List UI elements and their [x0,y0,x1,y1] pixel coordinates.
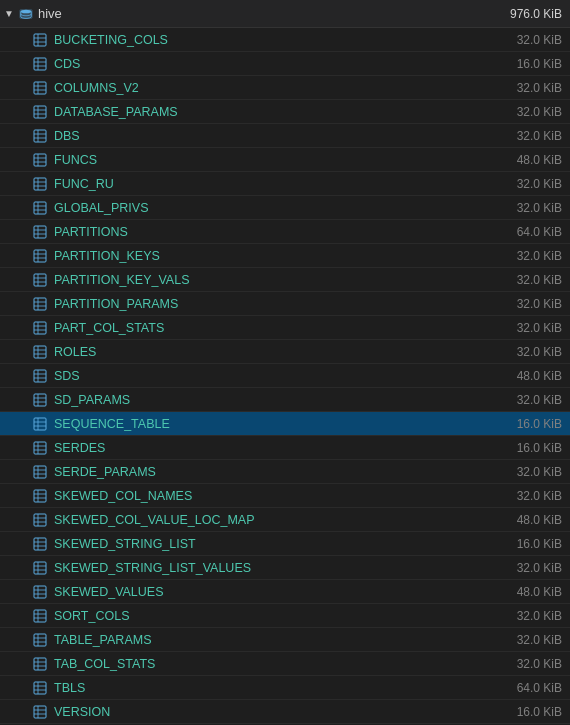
database-size: 976.0 KiB [510,7,562,21]
table-size: 64.0 KiB [517,681,562,695]
table-size: 32.0 KiB [517,297,562,311]
table-row[interactable]: CDS 16.0 KiB [0,52,570,76]
tree-container: ▼ hive 976.0 KiB [0,0,570,724]
table-icon [32,512,48,528]
header-row[interactable]: ▼ hive 976.0 KiB [0,0,570,28]
table-row[interactable]: FUNC_RU 32.0 KiB [0,172,570,196]
table-row[interactable]: PART_COL_STATS 32.0 KiB [0,316,570,340]
table-row[interactable]: SDS 48.0 KiB [0,364,570,388]
table-name: SDS [54,369,80,383]
svg-rect-90 [34,562,46,574]
table-row[interactable]: DATABASE_PARAMS 32.0 KiB [0,100,570,124]
svg-rect-62 [34,394,46,406]
table-icon [32,176,48,192]
table-size: 32.0 KiB [517,81,562,95]
svg-rect-14 [34,106,46,118]
table-row[interactable]: SERDE_PARAMS 32.0 KiB [0,460,570,484]
table-size: 64.0 KiB [517,225,562,239]
table-row[interactable]: PARTITIONS 64.0 KiB [0,220,570,244]
table-row[interactable]: SERDES 16.0 KiB [0,436,570,460]
table-name: DATABASE_PARAMS [54,105,178,119]
table-row[interactable]: PARTITION_KEYS 32.0 KiB [0,244,570,268]
table-size: 16.0 KiB [517,537,562,551]
row-left: SERDES [32,440,105,456]
table-size: 32.0 KiB [517,633,562,647]
row-left: PARTITION_KEY_VALS [32,272,189,288]
row-left: SORT_COLS [32,608,130,624]
table-name: DBS [54,129,80,143]
table-icon [32,608,48,624]
table-icon [32,104,48,120]
row-left: FUNC_RU [32,176,114,192]
svg-rect-2 [34,34,46,46]
svg-rect-18 [34,130,46,142]
row-left: COLUMNS_V2 [32,80,139,96]
table-row[interactable]: SKEWED_VALUES 48.0 KiB [0,580,570,604]
table-size: 32.0 KiB [517,609,562,623]
table-name: GLOBAL_PRIVS [54,201,149,215]
table-row[interactable]: VERSION 16.0 KiB [0,700,570,724]
row-left: SD_PARAMS [32,392,130,408]
table-row[interactable]: SEQUENCE_TABLE 16.0 KiB [0,412,570,436]
svg-rect-110 [34,682,46,694]
table-row[interactable]: PARTITION_PARAMS 32.0 KiB [0,292,570,316]
row-left: PARTITION_KEYS [32,248,160,264]
svg-rect-46 [34,298,46,310]
table-name: SEQUENCE_TABLE [54,417,170,431]
table-icon [32,56,48,72]
table-size: 32.0 KiB [517,201,562,215]
table-row[interactable]: SD_PARAMS 32.0 KiB [0,388,570,412]
table-name: SERDE_PARAMS [54,465,156,479]
table-name: VERSION [54,705,110,719]
table-row[interactable]: BUCKETING_COLS 32.0 KiB [0,28,570,52]
svg-rect-70 [34,442,46,454]
svg-rect-22 [34,154,46,166]
row-left: TAB_COL_STATS [32,656,155,672]
table-row[interactable]: PARTITION_KEY_VALS 32.0 KiB [0,268,570,292]
table-name: COLUMNS_V2 [54,81,139,95]
table-row[interactable]: COLUMNS_V2 32.0 KiB [0,76,570,100]
table-name: SERDES [54,441,105,455]
table-row[interactable]: TABLE_PARAMS 32.0 KiB [0,628,570,652]
table-row[interactable]: GLOBAL_PRIVS 32.0 KiB [0,196,570,220]
table-icon [32,320,48,336]
table-row[interactable]: TBLS 64.0 KiB [0,676,570,700]
table-name: SORT_COLS [54,609,130,623]
svg-rect-74 [34,466,46,478]
row-left: SEQUENCE_TABLE [32,416,170,432]
table-row[interactable]: SKEWED_STRING_LIST_VALUES 32.0 KiB [0,556,570,580]
table-icon [32,128,48,144]
table-size: 32.0 KiB [517,177,562,191]
table-row[interactable]: SKEWED_COL_VALUE_LOC_MAP 48.0 KiB [0,508,570,532]
row-left: SKEWED_VALUES [32,584,164,600]
table-row[interactable]: ROLES 32.0 KiB [0,340,570,364]
table-size: 32.0 KiB [517,465,562,479]
table-name: FUNC_RU [54,177,114,191]
row-left: SERDE_PARAMS [32,464,156,480]
table-row[interactable]: DBS 32.0 KiB [0,124,570,148]
svg-rect-58 [34,370,46,382]
table-name: PARTITION_KEY_VALS [54,273,189,287]
table-row[interactable]: SKEWED_STRING_LIST 16.0 KiB [0,532,570,556]
table-row[interactable]: SKEWED_COL_NAMES 32.0 KiB [0,484,570,508]
table-icon [32,296,48,312]
table-icon [32,248,48,264]
table-name: PARTITIONS [54,225,128,239]
table-size: 32.0 KiB [517,105,562,119]
table-size: 16.0 KiB [517,441,562,455]
table-icon [32,704,48,720]
table-row[interactable]: SORT_COLS 32.0 KiB [0,604,570,628]
table-name: SKEWED_STRING_LIST [54,537,196,551]
table-name: TAB_COL_STATS [54,657,155,671]
table-name: FUNCS [54,153,97,167]
svg-rect-98 [34,610,46,622]
svg-rect-94 [34,586,46,598]
table-size: 16.0 KiB [517,57,562,71]
table-size: 48.0 KiB [517,369,562,383]
table-icon [32,656,48,672]
chevron-down-icon[interactable]: ▼ [4,8,14,19]
database-icon [18,6,34,22]
row-left: BUCKETING_COLS [32,32,168,48]
table-row[interactable]: FUNCS 48.0 KiB [0,148,570,172]
table-row[interactable]: TAB_COL_STATS 32.0 KiB [0,652,570,676]
